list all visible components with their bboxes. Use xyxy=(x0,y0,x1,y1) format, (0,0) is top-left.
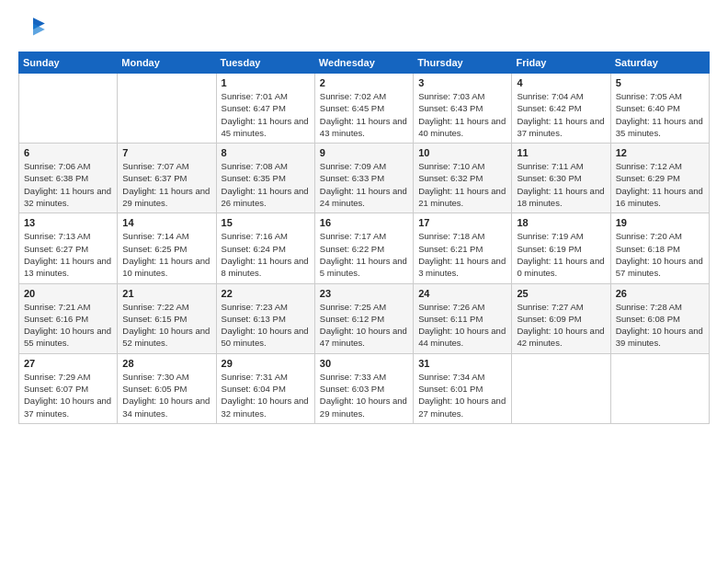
day-number: 10 xyxy=(418,147,506,158)
calendar-cell: 18Sunrise: 7:19 AMSunset: 6:19 PMDayligh… xyxy=(512,213,610,283)
calendar-cell xyxy=(19,74,118,144)
calendar-cell: 12Sunrise: 7:12 AMSunset: 6:29 PMDayligh… xyxy=(610,144,709,213)
header xyxy=(18,15,710,44)
calendar-cell: 9Sunrise: 7:09 AMSunset: 6:33 PMDaylight… xyxy=(314,144,413,213)
day-of-week-header: Friday xyxy=(512,52,610,74)
day-info: Sunrise: 7:03 AMSunset: 6:43 PMDaylight:… xyxy=(418,90,506,139)
day-info: Sunrise: 7:02 AMSunset: 6:45 PMDaylight:… xyxy=(320,90,408,139)
calendar-cell: 8Sunrise: 7:08 AMSunset: 6:35 PMDaylight… xyxy=(216,144,314,213)
calendar-cell: 26Sunrise: 7:28 AMSunset: 6:08 PMDayligh… xyxy=(610,283,709,353)
calendar-cell: 11Sunrise: 7:11 AMSunset: 6:30 PMDayligh… xyxy=(512,144,610,213)
day-info: Sunrise: 7:08 AMSunset: 6:35 PMDaylight:… xyxy=(222,160,310,209)
day-info: Sunrise: 7:20 AMSunset: 6:18 PMDaylight:… xyxy=(616,230,704,279)
day-number: 23 xyxy=(320,288,408,299)
day-of-week-header: Saturday xyxy=(610,52,709,74)
calendar-cell xyxy=(512,353,610,423)
day-info: Sunrise: 7:26 AMSunset: 6:11 PMDaylight:… xyxy=(418,301,506,350)
calendar-cell: 19Sunrise: 7:20 AMSunset: 6:18 PMDayligh… xyxy=(610,213,709,283)
day-info: Sunrise: 7:16 AMSunset: 6:24 PMDaylight:… xyxy=(222,230,310,279)
calendar-week-row: 13Sunrise: 7:13 AMSunset: 6:27 PMDayligh… xyxy=(19,213,710,283)
day-number: 21 xyxy=(122,288,210,299)
day-info: Sunrise: 7:34 AMSunset: 6:01 PMDaylight:… xyxy=(418,371,506,419)
calendar-cell xyxy=(610,353,709,423)
day-info: Sunrise: 7:01 AMSunset: 6:47 PMDaylight:… xyxy=(222,90,310,139)
calendar-cell: 23Sunrise: 7:25 AMSunset: 6:12 PMDayligh… xyxy=(314,283,413,353)
calendar-cell: 14Sunrise: 7:14 AMSunset: 6:25 PMDayligh… xyxy=(118,213,216,283)
day-info: Sunrise: 7:23 AMSunset: 6:13 PMDaylight:… xyxy=(222,301,310,350)
day-number: 2 xyxy=(320,77,408,88)
day-number: 16 xyxy=(320,217,408,228)
day-number: 8 xyxy=(222,147,310,158)
day-info: Sunrise: 7:25 AMSunset: 6:12 PMDaylight:… xyxy=(320,301,408,350)
day-info: Sunrise: 7:19 AMSunset: 6:19 PMDaylight:… xyxy=(517,230,605,279)
day-number: 24 xyxy=(418,288,506,299)
day-number: 20 xyxy=(24,288,112,299)
calendar-cell: 24Sunrise: 7:26 AMSunset: 6:11 PMDayligh… xyxy=(414,283,512,353)
calendar-cell: 27Sunrise: 7:29 AMSunset: 6:07 PMDayligh… xyxy=(19,353,118,423)
calendar-week-row: 20Sunrise: 7:21 AMSunset: 6:16 PMDayligh… xyxy=(19,283,710,353)
calendar-cell xyxy=(118,74,216,144)
day-number: 9 xyxy=(320,147,408,158)
day-number: 13 xyxy=(24,217,112,228)
calendar-cell: 25Sunrise: 7:27 AMSunset: 6:09 PMDayligh… xyxy=(512,283,610,353)
day-info: Sunrise: 7:06 AMSunset: 6:38 PMDaylight:… xyxy=(24,160,112,209)
day-number: 6 xyxy=(24,147,112,158)
day-number: 15 xyxy=(222,217,310,228)
day-info: Sunrise: 7:10 AMSunset: 6:32 PMDaylight:… xyxy=(418,160,506,209)
calendar-table: SundayMondayTuesdayWednesdayThursdayFrid… xyxy=(18,52,710,424)
calendar-cell: 6Sunrise: 7:06 AMSunset: 6:38 PMDaylight… xyxy=(19,144,118,213)
day-of-week-header: Wednesday xyxy=(314,52,413,74)
day-info: Sunrise: 7:17 AMSunset: 6:22 PMDaylight:… xyxy=(320,230,408,279)
day-info: Sunrise: 7:31 AMSunset: 6:04 PMDaylight:… xyxy=(222,371,310,419)
day-number: 28 xyxy=(122,358,210,369)
day-info: Sunrise: 7:13 AMSunset: 6:27 PMDaylight:… xyxy=(24,230,112,279)
day-info: Sunrise: 7:30 AMSunset: 6:05 PMDaylight:… xyxy=(122,371,210,419)
calendar-cell: 1Sunrise: 7:01 AMSunset: 6:47 PMDaylight… xyxy=(216,74,314,144)
logo-icon xyxy=(18,15,48,44)
day-number: 7 xyxy=(122,147,210,158)
day-number: 30 xyxy=(320,358,408,369)
calendar-cell: 20Sunrise: 7:21 AMSunset: 6:16 PMDayligh… xyxy=(19,283,118,353)
calendar-cell: 13Sunrise: 7:13 AMSunset: 6:27 PMDayligh… xyxy=(19,213,118,283)
day-number: 27 xyxy=(24,358,112,369)
day-number: 14 xyxy=(122,217,210,228)
day-info: Sunrise: 7:18 AMSunset: 6:21 PMDaylight:… xyxy=(418,230,506,279)
calendar-cell: 16Sunrise: 7:17 AMSunset: 6:22 PMDayligh… xyxy=(314,213,413,283)
calendar-cell: 7Sunrise: 7:07 AMSunset: 6:37 PMDaylight… xyxy=(118,144,216,213)
day-number: 3 xyxy=(418,77,506,88)
calendar-cell: 4Sunrise: 7:04 AMSunset: 6:42 PMDaylight… xyxy=(512,74,610,144)
day-info: Sunrise: 7:29 AMSunset: 6:07 PMDaylight:… xyxy=(24,371,112,419)
day-number: 12 xyxy=(616,147,704,158)
day-number: 17 xyxy=(418,217,506,228)
day-info: Sunrise: 7:12 AMSunset: 6:29 PMDaylight:… xyxy=(616,160,704,209)
day-number: 22 xyxy=(222,288,310,299)
day-of-week-header: Sunday xyxy=(19,52,118,74)
day-info: Sunrise: 7:04 AMSunset: 6:42 PMDaylight:… xyxy=(517,90,605,139)
day-info: Sunrise: 7:22 AMSunset: 6:15 PMDaylight:… xyxy=(122,301,210,350)
calendar-week-row: 27Sunrise: 7:29 AMSunset: 6:07 PMDayligh… xyxy=(19,353,710,423)
day-number: 5 xyxy=(616,77,704,88)
calendar-cell: 30Sunrise: 7:33 AMSunset: 6:03 PMDayligh… xyxy=(314,353,413,423)
calendar-cell: 15Sunrise: 7:16 AMSunset: 6:24 PMDayligh… xyxy=(216,213,314,283)
calendar-cell: 31Sunrise: 7:34 AMSunset: 6:01 PMDayligh… xyxy=(414,353,512,423)
day-number: 1 xyxy=(222,77,310,88)
day-info: Sunrise: 7:33 AMSunset: 6:03 PMDaylight:… xyxy=(320,371,408,419)
calendar-week-row: 1Sunrise: 7:01 AMSunset: 6:47 PMDaylight… xyxy=(19,74,710,144)
day-number: 25 xyxy=(517,288,605,299)
logo xyxy=(18,15,51,44)
day-info: Sunrise: 7:28 AMSunset: 6:08 PMDaylight:… xyxy=(616,301,704,350)
calendar-cell: 5Sunrise: 7:05 AMSunset: 6:40 PMDaylight… xyxy=(610,74,709,144)
day-info: Sunrise: 7:11 AMSunset: 6:30 PMDaylight:… xyxy=(517,160,605,209)
calendar-cell: 22Sunrise: 7:23 AMSunset: 6:13 PMDayligh… xyxy=(216,283,314,353)
day-number: 4 xyxy=(517,77,605,88)
calendar-cell: 21Sunrise: 7:22 AMSunset: 6:15 PMDayligh… xyxy=(118,283,216,353)
day-info: Sunrise: 7:27 AMSunset: 6:09 PMDaylight:… xyxy=(517,301,605,350)
day-of-week-header: Tuesday xyxy=(216,52,314,74)
day-of-week-header: Monday xyxy=(118,52,216,74)
calendar-cell: 29Sunrise: 7:31 AMSunset: 6:04 PMDayligh… xyxy=(216,353,314,423)
day-number: 11 xyxy=(517,147,605,158)
day-info: Sunrise: 7:21 AMSunset: 6:16 PMDaylight:… xyxy=(24,301,112,350)
day-info: Sunrise: 7:14 AMSunset: 6:25 PMDaylight:… xyxy=(122,230,210,279)
day-of-week-header: Thursday xyxy=(414,52,512,74)
day-info: Sunrise: 7:05 AMSunset: 6:40 PMDaylight:… xyxy=(616,90,704,139)
